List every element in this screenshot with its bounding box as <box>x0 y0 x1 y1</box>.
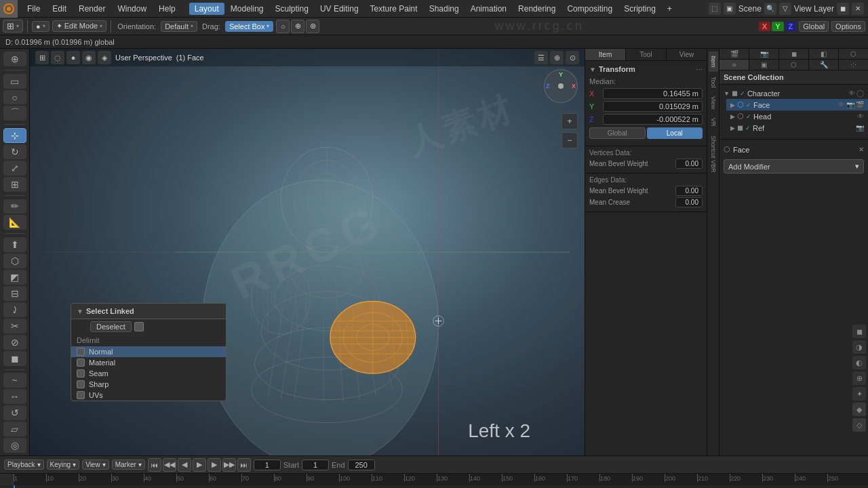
deselect-button[interactable]: Deselect <box>90 321 132 332</box>
sharp-option[interactable]: Sharp <box>71 379 226 390</box>
props-icon-1[interactable]: ◼ <box>852 325 866 338</box>
prop-tab-modifier[interactable]: 🔧 <box>809 60 839 70</box>
object-ref[interactable]: ▶ ◼ ✓ Ref 📷 <box>726 122 868 134</box>
object-face[interactable]: ▶ ⬡ ✓ Face 👁 📷 🎬 <box>726 99 868 110</box>
offset-edge-slide-tool[interactable]: ⤸ <box>3 302 26 317</box>
vertices-bevel-value[interactable]: 0.00 <box>675 159 703 169</box>
z-axis-btn[interactable]: Z <box>785 22 797 31</box>
menu-window[interactable]: Window <box>112 3 152 15</box>
snap-to-icon[interactable]: ⊙ <box>566 51 579 64</box>
rotate-tool[interactable]: ↻ <box>3 144 26 159</box>
viewport-shading-material-icon[interactable]: ◉ <box>82 51 96 64</box>
prop-tab-view-layer[interactable]: ◧ <box>809 49 839 59</box>
add-modifier-button[interactable]: Add Modifier ▾ <box>724 159 864 174</box>
keying-dropdown[interactable]: Keying ▾ <box>47 460 80 470</box>
viewport[interactable]: RRCG 人素材 <box>30 49 585 455</box>
move-tool[interactable]: ⊹ <box>3 128 26 143</box>
collection-visibility-icon[interactable]: 👁 <box>848 89 855 97</box>
props-icon-5[interactable]: ✦ <box>852 387 866 401</box>
scene-search-icon[interactable]: 🔍 <box>764 3 776 15</box>
props-icon-3[interactable]: ◐ <box>852 356 866 369</box>
annotate-tool[interactable]: ✏ <box>3 199 26 214</box>
fill-tool[interactable]: ◼ <box>3 351 26 366</box>
start-frame-input[interactable]: 1 <box>302 460 329 470</box>
scale-tool[interactable]: ⤢ <box>3 161 26 176</box>
cursor-tool[interactable]: ⊕ <box>3 52 26 66</box>
edges-crease-value[interactable]: 0.00 <box>675 197 703 207</box>
material-checkbox[interactable] <box>77 359 85 367</box>
ref-cam-icon[interactable]: 📷 <box>856 124 864 131</box>
seam-option[interactable]: Seam <box>71 368 226 379</box>
shear-tool[interactable]: ▱ <box>3 422 26 436</box>
select-box-tool[interactable]: ▭ <box>3 74 26 89</box>
spin-tool[interactable]: ↺ <box>3 405 26 420</box>
viewport-gizmo[interactable]: X Y Z <box>544 69 578 103</box>
prop-tab-output[interactable]: ◼ <box>779 49 809 59</box>
side-tab-vr[interactable]: VR <box>709 114 718 131</box>
current-frame-input[interactable]: 1 <box>254 460 281 470</box>
uvs-option[interactable]: UVs <box>71 390 226 401</box>
play-btn[interactable]: ▶ <box>193 458 206 472</box>
props-icon-6[interactable]: ◆ <box>852 403 866 416</box>
view-layer-icon[interactable]: ◼ <box>837 3 849 15</box>
viewport-gizmo-icon[interactable]: ⊕ <box>550 51 564 64</box>
mode-add[interactable]: + <box>662 3 677 15</box>
normal-option[interactable]: Normal <box>71 346 226 357</box>
side-tab-view[interactable]: View <box>709 92 718 113</box>
prop-tab-scene-2[interactable]: ⬡ <box>839 49 868 59</box>
props-icon-7[interactable]: ◇ <box>852 418 866 432</box>
edge-slide-tool[interactable]: ↔ <box>3 389 26 404</box>
viewport-display-icon[interactable]: ▣ <box>724 3 736 15</box>
mode-select-dropdown[interactable]: ✦ Edit Mode ▾ <box>52 20 107 32</box>
bisect-tool[interactable]: ⊘ <box>3 335 26 350</box>
viewport-overlay-icon[interactable]: ☰ <box>534 51 548 64</box>
side-tab-item[interactable]: Item <box>709 52 718 72</box>
select-lasso-tool[interactable]: ⌒ <box>3 106 26 121</box>
loop-cut-tool[interactable]: ⊟ <box>3 286 26 301</box>
bevel-tool[interactable]: ◩ <box>3 270 26 285</box>
editor-type-dropdown[interactable]: ⊞ ▾ <box>3 20 23 33</box>
zoom-in-btn[interactable]: + <box>561 113 578 129</box>
editor-type-icon[interactable]: ⊞ <box>35 51 49 64</box>
end-frame-input[interactable]: 250 <box>348 460 375 470</box>
prop-tab-object[interactable]: ▣ <box>749 60 779 70</box>
extrude-tool[interactable]: ⬆ <box>3 237 26 252</box>
prop-tab-world[interactable]: ○ <box>719 60 749 70</box>
jump-end-btn[interactable]: ⏭ <box>237 458 251 472</box>
material-option[interactable]: Material <box>71 357 226 368</box>
mode-sculpting[interactable]: Sculpting <box>270 3 314 15</box>
global-scope-dropdown[interactable]: Global <box>799 21 829 32</box>
close-icon[interactable]: ✕ <box>852 3 864 15</box>
mode-uv-editing[interactable]: UV Editing <box>315 3 364 15</box>
n-tab-tool[interactable]: Tool <box>626 49 667 60</box>
zoom-out-btn[interactable]: − <box>561 132 578 148</box>
uvs-checkbox[interactable] <box>77 391 85 399</box>
transform-collapse-icon[interactable]: ▼ <box>589 66 596 73</box>
mode-animation[interactable]: Animation <box>465 3 512 15</box>
blender-logo[interactable] <box>0 0 18 18</box>
local-button[interactable]: Local <box>647 127 703 139</box>
transform-options-icon[interactable]: ⋯ <box>696 66 703 73</box>
marker-dropdown[interactable]: Marker ▾ <box>112 460 145 470</box>
sharp-checkbox[interactable] <box>77 380 85 388</box>
menu-file[interactable]: File <box>22 3 45 15</box>
jump-start-btn[interactable]: ⏮ <box>148 458 161 472</box>
mode-layout[interactable]: Layout <box>189 3 224 15</box>
options-button[interactable]: Options <box>831 21 865 32</box>
face-camera-icon[interactable]: 📷 <box>846 101 854 108</box>
menu-edit[interactable]: Edit <box>47 3 72 15</box>
ref-check[interactable]: ✓ <box>745 125 751 131</box>
head-check[interactable]: ✓ <box>746 113 751 120</box>
inset-tool[interactable]: ⬡ <box>3 253 26 268</box>
menu-render[interactable]: Render <box>73 3 111 15</box>
side-tab-tool[interactable]: Tool <box>709 73 718 92</box>
deselect-checkbox[interactable] <box>134 322 144 331</box>
to-sphere-tool[interactable]: ◎ <box>3 438 26 453</box>
viewport-shading-dropdown[interactable]: ● ▾ <box>32 21 50 32</box>
x-axis-btn[interactable]: X <box>759 22 770 31</box>
props-icon-4[interactable]: ⊕ <box>852 371 866 385</box>
playback-dropdown[interactable]: Playback ▾ <box>4 460 44 470</box>
collection-character[interactable]: ▼ ◼ ✓ Character 👁 ◯ <box>719 87 868 99</box>
props-icon-2[interactable]: ◑ <box>852 340 866 354</box>
select-circle-tool[interactable]: ○ <box>3 90 26 105</box>
